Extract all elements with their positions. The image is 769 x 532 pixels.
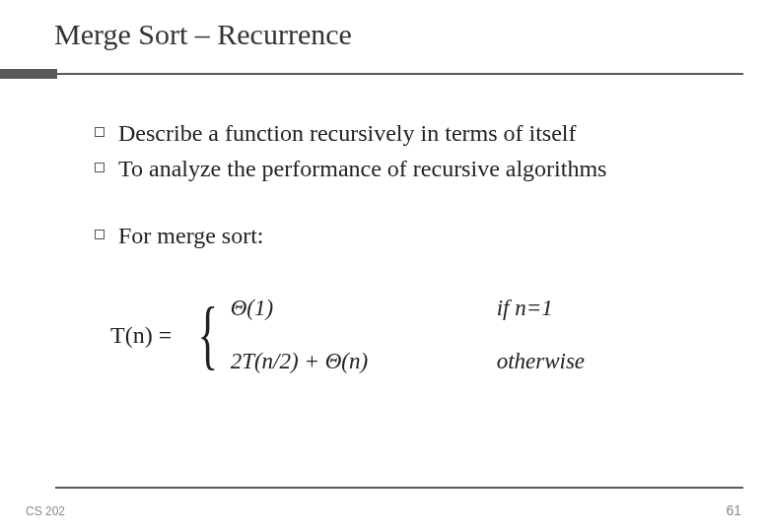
title-rule bbox=[0, 69, 769, 83]
bullet-item: Describe a function recursively in terms… bbox=[95, 118, 730, 148]
title-rule-line bbox=[0, 73, 743, 75]
bullet-item: To analyze the performance of recursive … bbox=[95, 154, 730, 183]
content-area: Describe a function recursively in terms… bbox=[0, 83, 769, 374]
bullet-text: Describe a function recursively in terms… bbox=[118, 118, 577, 148]
bullet-text: For merge sort: bbox=[118, 221, 264, 250]
case1-expression: Θ(1) bbox=[231, 296, 457, 321]
slide-title: Merge Sort – Recurrence bbox=[0, 0, 769, 51]
square-bullet-icon bbox=[95, 163, 105, 172]
case1-condition: if n=1 bbox=[497, 296, 585, 321]
square-bullet-icon bbox=[95, 127, 105, 137]
square-bullet-icon bbox=[95, 230, 105, 239]
slide-number: 61 bbox=[726, 502, 741, 518]
bullet-text: To analyze the performance of recursive … bbox=[118, 154, 606, 183]
recurrence-definition: T(n) = { Θ(1) if n=1 2T(n/2) + Θ(n) othe… bbox=[95, 296, 730, 374]
case2-expression: 2T(n/2) + Θ(n) bbox=[231, 349, 457, 374]
footer-rule bbox=[55, 487, 743, 489]
case2-condition: otherwise bbox=[497, 349, 585, 374]
recurrence-cases: Θ(1) if n=1 2T(n/2) + Θ(n) otherwise bbox=[231, 296, 585, 374]
recurrence-lhs: T(n) = bbox=[110, 322, 172, 349]
left-brace-icon: { bbox=[198, 304, 219, 366]
footer-course: CS 202 bbox=[26, 504, 65, 518]
bullet-item: For merge sort: bbox=[95, 221, 730, 250]
title-rule-block bbox=[0, 69, 57, 79]
